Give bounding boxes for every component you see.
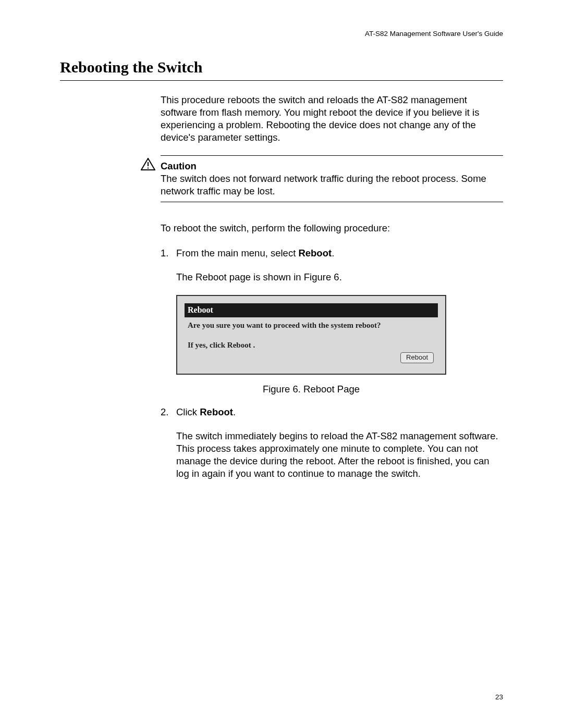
reboot-button: Reboot	[400, 352, 434, 363]
figure-instruction: If yes, click Reboot .	[188, 340, 435, 351]
figure-caption: Figure 6. Reboot Page	[176, 383, 446, 396]
step-1-prefix: From the main menu, select	[176, 248, 298, 258]
step-2-suffix: .	[233, 406, 236, 417]
step-1-text: From the main menu, select Reboot.	[176, 247, 503, 260]
intro-paragraph: This procedure reboots the switch and re…	[161, 94, 503, 144]
figure-titlebar: Reboot	[185, 303, 438, 317]
section-title: Rebooting the Switch	[60, 58, 503, 81]
page-number: 23	[495, 693, 503, 701]
figure-question: Are you sure you want to proceed with th…	[188, 320, 435, 331]
step-1: 1. From the main menu, select Reboot. Th…	[176, 247, 503, 283]
figure-screenshot: Reboot Are you sure you want to proceed …	[176, 295, 446, 375]
step-2-number: 2.	[161, 406, 168, 418]
content-area: This procedure reboots the switch and re…	[161, 94, 503, 491]
step-1-result: The Reboot page is shown in Figure 6.	[176, 271, 503, 283]
caution-label: Caution	[161, 160, 503, 172]
caution-text: The switch does not forward network traf…	[161, 172, 503, 198]
figure-button-row: Reboot	[188, 352, 435, 363]
step-2-prefix: Click	[176, 406, 200, 417]
step-1-number: 1.	[161, 247, 168, 260]
doc-header: AT-S82 Management Software User's Guide	[365, 30, 503, 38]
caution-icon	[141, 158, 155, 170]
step-2-bold: Reboot	[200, 406, 233, 417]
step-2-text: Click Reboot.	[176, 406, 503, 418]
caution-box: Caution The switch does not forward netw…	[161, 155, 503, 202]
step-1-suffix: .	[332, 248, 334, 258]
procedure-intro: To reboot the switch, perform the follow…	[161, 222, 503, 235]
step-1-bold: Reboot	[298, 248, 332, 258]
figure-6: Reboot Are you sure you want to proceed …	[176, 295, 503, 375]
svg-point-2	[148, 167, 149, 168]
step-2: 2. Click Reboot. The switch immediately …	[176, 406, 503, 480]
step-2-result: The switch immediately begins to reload …	[176, 430, 503, 480]
